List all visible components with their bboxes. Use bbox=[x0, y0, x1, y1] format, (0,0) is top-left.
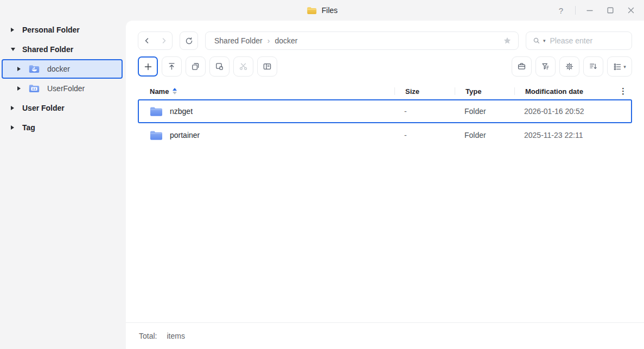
app-title-area: Files bbox=[307, 0, 338, 21]
sidebar-item-shared-folder[interactable]: Shared Folder bbox=[0, 40, 126, 59]
status-bar: Total: items bbox=[126, 322, 644, 349]
maximize-button[interactable] bbox=[604, 4, 617, 17]
view-mode-caret-icon: ▾ bbox=[623, 64, 626, 69]
docker-folder-icon bbox=[29, 65, 40, 73]
items-label: items bbox=[167, 332, 184, 340]
copy-button[interactable] bbox=[186, 56, 206, 77]
toolbar-right-group: ▾ bbox=[512, 56, 632, 77]
sidebar-item-user-folder[interactable]: User Folder bbox=[0, 98, 126, 118]
navigation-bar: Shared Folder › docker ▾ bbox=[126, 21, 644, 50]
toolbar: ▾ bbox=[126, 50, 644, 77]
sort-button[interactable] bbox=[583, 56, 603, 77]
sidebar-item-tag[interactable]: Tag bbox=[0, 118, 126, 137]
sidebar-item-label: Personal Folder bbox=[22, 26, 80, 34]
sidebar-item-personal-folder[interactable]: Personal Folder bbox=[0, 20, 126, 40]
sidebar-item-label: Tag bbox=[22, 123, 35, 132]
chevron-right-icon[interactable] bbox=[17, 86, 22, 91]
table-header: Name Size Type Modification date ⋮ bbox=[138, 83, 632, 99]
file-name: nzbget bbox=[170, 107, 193, 116]
sidebar-item-label: User Folder bbox=[22, 104, 65, 112]
search-input[interactable] bbox=[550, 36, 626, 45]
file-type: Folder bbox=[454, 131, 513, 139]
file-table: Name Size Type Modification date ⋮ bbox=[126, 77, 644, 147]
titlebar-divider bbox=[575, 6, 576, 15]
view-mode-button[interactable]: ▾ bbox=[607, 56, 632, 77]
upload-button[interactable] bbox=[162, 56, 182, 77]
titlebar: Files ? bbox=[0, 0, 644, 21]
table-row[interactable]: nzbget - Folder 2026-01-16 20:52 bbox=[138, 99, 632, 123]
add-button[interactable] bbox=[138, 56, 158, 77]
favorite-star-icon[interactable] bbox=[503, 36, 512, 45]
breadcrumb-item-shared-folder[interactable]: Shared Folder bbox=[214, 36, 263, 45]
forward-button[interactable] bbox=[155, 32, 172, 49]
chevron-right-icon[interactable] bbox=[11, 125, 15, 130]
folder-icon bbox=[150, 130, 163, 141]
filter-button[interactable] bbox=[535, 56, 556, 77]
cut-button[interactable] bbox=[233, 56, 253, 77]
column-header-size[interactable]: Size bbox=[394, 87, 455, 96]
users-folder-icon bbox=[29, 84, 40, 93]
search-icon bbox=[532, 36, 541, 45]
settings-button[interactable] bbox=[559, 56, 579, 77]
back-button[interactable] bbox=[138, 32, 155, 49]
breadcrumb[interactable]: Shared Folder › docker bbox=[205, 31, 519, 50]
file-modified: 2025-11-23 22:11 bbox=[513, 131, 607, 139]
search-box[interactable]: ▾ bbox=[526, 31, 632, 50]
history-nav-group bbox=[138, 31, 173, 50]
breadcrumb-separator: › bbox=[267, 36, 270, 45]
chevron-right-icon[interactable] bbox=[11, 27, 15, 33]
column-options-button[interactable]: ⋮ bbox=[608, 86, 632, 96]
breadcrumb-item-docker[interactable]: docker bbox=[275, 36, 297, 45]
sidebar-item-label: UserFolder bbox=[47, 84, 85, 93]
table-row[interactable]: portainer - Folder 2025-11-23 22:11 bbox=[138, 123, 632, 147]
folder-icon bbox=[150, 106, 163, 117]
chevron-right-icon[interactable] bbox=[17, 66, 22, 72]
close-button[interactable] bbox=[624, 4, 637, 17]
help-button[interactable]: ? bbox=[554, 4, 568, 17]
file-name: portainer bbox=[170, 131, 200, 139]
toolbox-button[interactable] bbox=[512, 56, 532, 77]
paste-button[interactable] bbox=[209, 56, 229, 77]
app-title: Files bbox=[322, 6, 338, 15]
chevron-down-icon[interactable] bbox=[11, 47, 15, 52]
sidebar-item-userfolder[interactable]: UserFolder bbox=[2, 79, 123, 98]
column-header-modified[interactable]: Modification date bbox=[514, 87, 608, 96]
refresh-button[interactable] bbox=[180, 31, 198, 50]
column-header-name[interactable]: Name bbox=[138, 87, 394, 96]
file-type: Folder bbox=[454, 107, 513, 116]
sidebar-item-label: docker bbox=[47, 65, 70, 73]
sidebar: Personal Folder Shared Folder docker bbox=[0, 20, 126, 349]
file-modified: 2026-01-16 20:52 bbox=[513, 107, 607, 116]
file-size: - bbox=[393, 131, 454, 139]
main-panel: Shared Folder › docker ▾ bbox=[126, 21, 644, 349]
total-label: Total: bbox=[139, 332, 157, 340]
column-header-type[interactable]: Type bbox=[455, 87, 514, 96]
sort-arrows-icon[interactable] bbox=[173, 88, 177, 94]
rename-button[interactable] bbox=[257, 56, 277, 77]
sidebar-item-label: Shared Folder bbox=[22, 45, 73, 54]
chevron-right-icon[interactable] bbox=[11, 105, 15, 111]
search-scope-caret-icon[interactable]: ▾ bbox=[543, 38, 546, 43]
sidebar-item-docker[interactable]: docker bbox=[2, 59, 123, 79]
file-size: - bbox=[393, 107, 454, 116]
files-app-icon bbox=[307, 7, 317, 15]
minimize-button[interactable] bbox=[583, 4, 596, 17]
